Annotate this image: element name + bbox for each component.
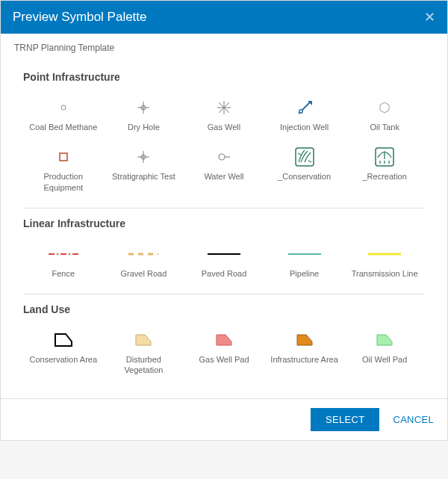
section-title: Linear Infrastructure — [23, 217, 425, 229]
svg-marker-31 — [217, 335, 231, 345]
symbol-item[interactable]: Disturbed Vegetation — [104, 326, 184, 386]
svg-point-16 — [219, 154, 225, 160]
pipeline-icon — [267, 243, 342, 265]
svg-marker-32 — [297, 335, 312, 345]
stratigraphic-test-icon — [107, 146, 181, 168]
symbol-item[interactable]: Conservation Area — [23, 326, 104, 386]
dialog-title: Preview Symbol Palette — [13, 10, 147, 25]
symbol-label: Infrastructure Area — [267, 354, 342, 365]
dry-hole-icon — [107, 96, 181, 119]
coal-bed-methane-icon — [26, 96, 101, 119]
symbol-item[interactable]: Oil Tank — [344, 93, 425, 143]
symbol-item[interactable]: _Recreation — [344, 143, 425, 203]
symbol-label: Conservation Area — [26, 354, 101, 365]
dialog-header: Preview Symbol Palette ✕ — [1, 1, 447, 34]
section-linear-infrastructure: Linear Infrastructure Fence — [23, 208, 425, 294]
symbol-label: Water Well — [187, 171, 261, 182]
symbol-item[interactable]: Coal Bed Methane — [23, 93, 104, 143]
dialog-footer: SELECT CANCEL — [1, 398, 447, 440]
symbol-item[interactable]: Injection Well — [264, 93, 345, 143]
section-point-infrastructure: Point Infrastructure Coal Bed Methane — [23, 62, 425, 208]
symbol-grid: Fence Gravel Road Paved Road — [23, 240, 425, 289]
section-title: Point Infrastructure — [23, 71, 425, 83]
svg-marker-33 — [377, 335, 392, 345]
injection-well-icon — [267, 96, 342, 119]
symbol-item[interactable]: Gas Well Pad — [184, 326, 264, 386]
conservation-area-icon — [26, 329, 101, 351]
symbol-label: Disturbed Vegetation — [107, 354, 181, 376]
symbol-item[interactable]: Gravel Road — [104, 240, 184, 289]
symbol-item[interactable]: Fence — [23, 240, 104, 289]
symbol-grid: Conservation Area Disturbed Vegetation G… — [23, 326, 425, 386]
svg-marker-11 — [380, 102, 389, 113]
symbol-item[interactable]: Pipeline — [264, 240, 345, 289]
svg-point-0 — [61, 105, 66, 110]
symbol-item[interactable]: Production Equipment — [23, 143, 104, 203]
infrastructure-area-icon — [267, 329, 342, 351]
symbol-label: Injection Well — [267, 122, 342, 132]
preview-symbol-palette-dialog: Preview Symbol Palette ✕ TRNP Planning T… — [0, 0, 448, 441]
transmission-line-icon — [347, 243, 422, 265]
svg-marker-30 — [136, 335, 151, 345]
symbol-label: Pipeline — [267, 268, 342, 279]
symbol-label: Oil Well Pad — [347, 354, 422, 365]
gas-well-pad-icon — [187, 329, 261, 351]
paved-road-icon — [187, 243, 261, 265]
symbol-label: Stratigraphic Test — [107, 171, 181, 182]
gas-well-icon — [187, 96, 261, 119]
symbol-label: Oil Tank — [347, 122, 422, 132]
symbol-label: Gas Well — [187, 122, 261, 132]
symbol-label: Dry Hole — [107, 122, 181, 132]
oil-well-pad-icon — [347, 329, 422, 351]
symbol-label: Gravel Road — [107, 268, 181, 279]
svg-point-10 — [299, 110, 302, 113]
section-land-use: Land Use Conservation Area Disturbed Veg… — [23, 294, 425, 391]
dialog-body: Point Infrastructure Coal Bed Methane — [1, 56, 447, 398]
gravel-road-icon — [107, 243, 181, 265]
template-name: TRNP Planning Template — [1, 34, 447, 56]
close-icon[interactable]: ✕ — [424, 10, 435, 24]
symbol-item[interactable]: Water Well — [184, 143, 264, 203]
fence-icon — [26, 243, 101, 265]
symbol-item[interactable]: Oil Well Pad — [344, 326, 425, 386]
symbol-item[interactable]: Paved Road — [184, 240, 264, 289]
symbol-item[interactable]: Stratigraphic Test — [104, 143, 184, 203]
recreation-icon — [347, 146, 422, 168]
disturbed-vegetation-icon — [107, 329, 181, 351]
symbol-item[interactable]: Transmission Line — [344, 240, 425, 289]
svg-rect-12 — [60, 153, 67, 161]
symbol-label: Paved Road — [187, 268, 261, 279]
cancel-button[interactable]: CANCEL — [393, 414, 434, 425]
symbol-label: Production Equipment — [26, 171, 101, 193]
select-button[interactable]: SELECT — [311, 408, 379, 431]
symbol-grid: Coal Bed Methane Dry Hole — [23, 93, 425, 203]
oil-tank-icon — [347, 96, 422, 119]
symbol-item[interactable]: Infrastructure Area — [264, 326, 345, 386]
production-equipment-icon — [26, 146, 101, 168]
symbol-item[interactable]: _Conservation — [264, 143, 345, 203]
symbol-label: Transmission Line — [347, 268, 422, 279]
symbol-label: Fence — [26, 268, 101, 279]
symbol-label: _Conservation — [267, 171, 342, 182]
symbol-item[interactable]: Gas Well — [184, 93, 264, 143]
symbol-label: _Recreation — [347, 171, 422, 182]
conservation-icon — [267, 146, 342, 168]
symbol-item[interactable]: Dry Hole — [104, 93, 184, 143]
symbol-label: Coal Bed Methane — [26, 122, 101, 132]
svg-marker-29 — [55, 334, 72, 346]
section-title: Land Use — [23, 303, 425, 315]
water-well-icon — [187, 146, 261, 168]
symbol-label: Gas Well Pad — [187, 354, 261, 365]
